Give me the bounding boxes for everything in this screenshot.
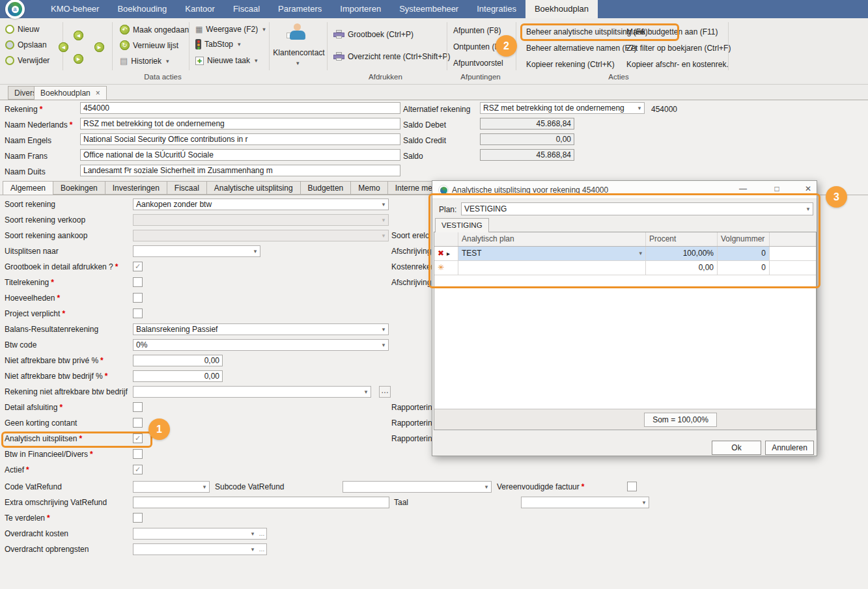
maak-budgetten-button[interactable]: Maak budgetten aan (F11) (626, 27, 718, 36)
column-analytisch-plan[interactable]: Analytisch plan (458, 232, 646, 246)
chevron-down-icon: ▾ (482, 484, 491, 490)
overdracht-kosten-select[interactable]: ▾… (133, 528, 267, 540)
uitsplitsen-naar-select[interactable]: ▾ (133, 245, 260, 257)
cell-procent[interactable]: 100,00% (646, 247, 718, 260)
beheer-alternatieve-namen-button[interactable]: Beheer alternatieve namen (F7) (526, 44, 636, 53)
analytisch-uitsplitsen-checkbox[interactable]: ✓ (133, 433, 143, 443)
opslaan-button[interactable]: Opslaan (5, 40, 47, 49)
annuleren-button[interactable]: Annuleren (765, 441, 814, 455)
nieuwe-taak-button[interactable]: ✚Nieuwe taak▾ (195, 56, 258, 65)
detail-afsluiting-checkbox[interactable] (133, 402, 143, 412)
naam-nederlands-input[interactable]: RSZ met betrekking tot de ondernemeng (80, 118, 400, 130)
nav-next-button[interactable]: ▶ (74, 54, 83, 64)
menu-boekhouding[interactable]: Boekhouding (108, 0, 176, 18)
cell-volgnummer[interactable]: 0 (718, 247, 770, 260)
chevron-down-icon: ▾ (635, 105, 644, 111)
alternatief-rekening-select[interactable]: RSZ met betrekking tot de ondernemeng▾ (480, 102, 645, 114)
taal-select[interactable]: ▾ (521, 497, 649, 508)
minimize-icon[interactable]: — (736, 184, 749, 193)
naam-duits-input[interactable]: Landesamt f³r soziale Sicherheit im Zusa… (80, 165, 400, 176)
nav-previous-button[interactable]: ◀ (74, 31, 83, 40)
btw-bedrijf-input[interactable]: 0,00 (133, 370, 223, 382)
ellipsis-icon[interactable]: … (257, 530, 266, 537)
nav-last-button[interactable]: ▶ (94, 42, 104, 52)
column-procent[interactable]: Procent (646, 232, 718, 246)
afpuntvoorstel-button[interactable]: Afpuntvoorstel (453, 59, 503, 68)
plan-select[interactable]: VESTIGING▾ (461, 202, 813, 215)
subcode-vatrefund-select[interactable]: ▾ (343, 481, 492, 493)
tab-budgetten[interactable]: Budgetten (301, 181, 352, 195)
project-verplicht-checkbox[interactable] (133, 308, 143, 318)
grootboek-detail-checkbox[interactable]: ✓ (133, 262, 143, 271)
ok-button[interactable]: Ok (712, 441, 761, 455)
rekening-input[interactable]: 454000 (80, 102, 400, 114)
tab-investeringen[interactable]: Investeringen (105, 181, 167, 195)
verwijder-button[interactable]: Verwijder (5, 56, 49, 65)
menu-boekhoudplan[interactable]: Boekhoudplan (525, 0, 598, 18)
code-vatrefund-select[interactable]: ▾ (133, 481, 210, 493)
geen-korting-contant-checkbox[interactable] (133, 418, 143, 428)
sum-total: Som = 100,00% (644, 413, 717, 427)
menu-fiscaal[interactable]: Fiscaal (224, 0, 269, 18)
historiek-button[interactable]: ▤Historiek▾ (120, 56, 169, 66)
cell-volgnummer[interactable]: 0 (718, 261, 770, 275)
naam-engels-input[interactable]: National Social Security Office contribu… (80, 133, 400, 145)
dialog-titlebar[interactable]: Analytische uitsplitsing voor rekening 4… (432, 181, 817, 199)
balans-resultatenrekening-select[interactable]: Balansrekening Passief▾ (133, 323, 389, 335)
naam-frans-input[interactable]: Office national de la SÚcuritÚ Sociale (80, 149, 400, 161)
menu-kmo-beheer[interactable]: KMO-beheer (42, 0, 108, 18)
overdracht-opbrengsten-select[interactable]: ▾… (133, 543, 267, 555)
extra-omschrijving-vatrefund-input[interactable] (133, 497, 389, 508)
rekening-niet-aftrekbaar-select[interactable]: ▾ (133, 386, 371, 398)
nav-first-button[interactable]: ◀ (59, 42, 68, 52)
overzicht-rente-button[interactable]: Overzicht rente (Ctrl+Shift+P) (333, 52, 450, 61)
menu-systeembeheer[interactable]: Systeembeheer (390, 0, 468, 18)
maximize-icon[interactable]: □ (770, 184, 783, 193)
close-tab-icon[interactable]: × (96, 89, 100, 98)
grid-row-new[interactable]: ✳ 0,00 0 (434, 261, 816, 275)
required-marker: * (100, 356, 104, 365)
next-arrow-icon: ▶ (77, 57, 80, 62)
btw-financieel-divers-checkbox[interactable] (133, 449, 143, 459)
app-logo-icon[interactable]: a (5, 0, 25, 19)
tab-fiscaal[interactable]: Fiscaal (167, 181, 207, 195)
menu-parameters[interactable]: Parameters (269, 0, 331, 18)
kopieer-rekening-button[interactable]: Kopieer rekening (Ctrl+K) (526, 60, 615, 69)
menu-importeren[interactable]: Importeren (331, 0, 390, 18)
rekening-niet-aftrekbaar-browse-button[interactable]: … (379, 386, 391, 398)
tab-analytische-uitsplitsing[interactable]: Analytische uitsplitsing (207, 181, 301, 195)
soort-rekening-select[interactable]: Aankopen zonder btw▾ (133, 199, 389, 210)
btw-prive-input[interactable]: 0,00 (133, 355, 223, 366)
cell-analytisch-plan[interactable] (458, 261, 646, 275)
vernieuw-lijst-button[interactable]: ↻Vernieuw lijst (120, 40, 178, 50)
close-icon[interactable]: ✕ (802, 184, 815, 193)
column-volgnummer[interactable]: Volgnummer (718, 232, 770, 246)
required-marker: * (26, 465, 29, 474)
menu-kantoor[interactable]: Kantoor (176, 0, 224, 18)
tab-boekhoudplan[interactable]: Boekhoudplan× (34, 86, 107, 100)
delete-row-icon[interactable]: ✖ (438, 249, 444, 258)
titelrekening-checkbox[interactable] (133, 277, 143, 287)
kopieer-afschr-kostenrek-button[interactable]: Kopieer afschr- en kostenrek. (626, 60, 729, 69)
actief-checkbox[interactable]: ✓ (133, 465, 143, 474)
grootboek-button[interactable]: Grootboek (Ctrl+P) (333, 30, 413, 39)
vereenvoudigde-factuur-checkbox[interactable] (627, 482, 637, 491)
maak-ongedaan-button[interactable]: ↶Maak ongedaan (120, 25, 189, 34)
btw-code-select[interactable]: 0%▾ (133, 339, 389, 351)
tab-boekingen[interactable]: Boekingen (53, 181, 105, 195)
tab-vestiging[interactable]: VESTIGING (435, 218, 489, 232)
tab-memo[interactable]: Memo (351, 181, 387, 195)
tabstop-button[interactable]: TabStop▾ (195, 39, 241, 49)
tab-algemeen[interactable]: Algemeen (3, 181, 53, 195)
nieuw-button[interactable]: Nieuw (5, 25, 39, 34)
ellipsis-icon[interactable]: … (257, 546, 266, 553)
cell-analytisch-plan[interactable]: TEST▾ (458, 247, 646, 260)
te-verdelen-checkbox[interactable] (133, 513, 143, 523)
grid-row-1[interactable]: ✖▸ TEST▾ 100,00% 0 (434, 247, 816, 261)
hoeveelheden-checkbox[interactable] (133, 293, 143, 303)
cell-procent[interactable]: 0,00 (646, 261, 718, 275)
afpunten-button[interactable]: Afpunten (F8) (453, 26, 501, 35)
weergave-button[interactable]: ▦Weergave (F2)▾ (195, 25, 266, 34)
menu-integraties[interactable]: Integraties (468, 0, 525, 18)
zet-filter-boekjaren-button[interactable]: Zet filter op boekjaren (Ctrl+F) (626, 44, 731, 53)
